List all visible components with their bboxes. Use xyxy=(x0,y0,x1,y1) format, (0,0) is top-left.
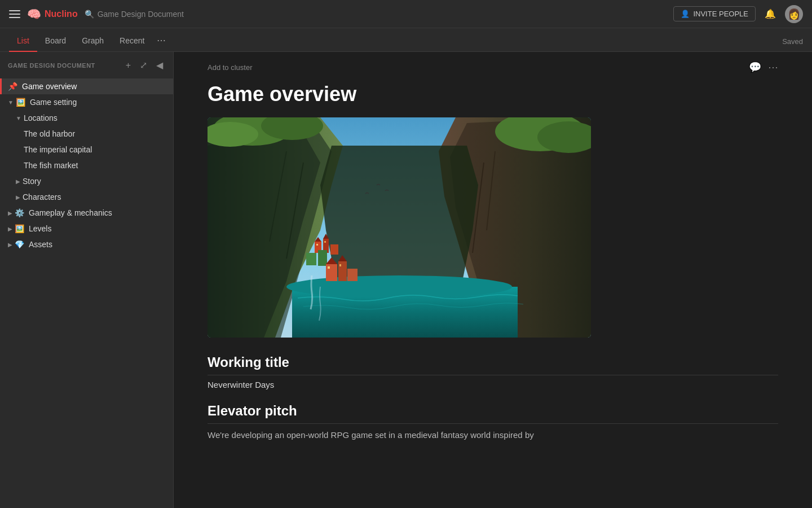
sidebar-actions: + ⤢ ◀ xyxy=(123,59,165,72)
collapse-sidebar-button[interactable]: ◀ xyxy=(154,59,165,72)
sidebar-item-levels[interactable]: ▶ 🖼️ Levels xyxy=(0,221,173,237)
comment-button[interactable]: 💬 xyxy=(749,61,761,73)
invite-people-button[interactable]: 👤 INVITE PEOPLE xyxy=(673,6,756,21)
sidebar-item-fish-market[interactable]: The fish market xyxy=(0,157,173,173)
hero-image xyxy=(208,117,591,338)
image-icon: 🖼️ xyxy=(16,98,25,107)
svg-rect-38 xyxy=(339,264,341,266)
chevron-down-icon: ▼ xyxy=(16,115,21,121)
chevron-right-icon: ▶ xyxy=(16,178,20,185)
image-icon: 🖼️ xyxy=(15,224,24,233)
sidebar-header: GAME DESIGN DOCUMENT + ⤢ ◀ xyxy=(0,52,173,76)
sidebar-title: GAME DESIGN DOCUMENT xyxy=(8,62,95,69)
sidebar-item-game-setting[interactable]: ▼ 🖼️ Game setting xyxy=(0,94,173,110)
working-title-value: Neverwinter Days xyxy=(208,380,778,389)
search-placeholder: Game Design Document xyxy=(98,10,184,19)
gem-icon: 💎 xyxy=(15,240,24,249)
sidebar-item-imperial-capital[interactable]: The imperial capital xyxy=(0,142,173,157)
sidebar-item-label: The fish market xyxy=(24,161,157,170)
tab-list[interactable]: List xyxy=(9,30,37,52)
search-icon: 🔍 xyxy=(85,10,94,19)
sidebar-item-label: Locations xyxy=(24,113,157,122)
add-to-cluster-button[interactable]: Add to cluster xyxy=(208,63,253,72)
topbar-left: 🧠 Nuclino 🔍 Game Design Document xyxy=(9,7,667,21)
chevron-down-icon: ▼ xyxy=(8,99,14,106)
sidebar: GAME DESIGN DOCUMENT + ⤢ ◀ 📌 Game overvi… xyxy=(0,52,174,508)
sidebar-item-label: Story xyxy=(23,177,157,186)
elevator-pitch-heading: Elevator pitch xyxy=(208,403,778,424)
content-topbar: Add to cluster 💬 ⋯ xyxy=(174,52,812,73)
svg-rect-29 xyxy=(318,250,327,266)
svg-rect-36 xyxy=(324,241,326,243)
page-title: Game overview xyxy=(208,82,778,106)
sidebar-item-story[interactable]: ▶ Story xyxy=(0,173,173,189)
tab-more-button[interactable]: ⋯ xyxy=(152,29,170,51)
avatar[interactable]: 👩 xyxy=(785,5,803,23)
sidebar-item-old-harbor[interactable]: The old harbor xyxy=(0,126,173,142)
main-area: GAME DESIGN DOCUMENT + ⤢ ◀ 📌 Game overvi… xyxy=(0,52,812,508)
topbar-right: 👤 INVITE PEOPLE 🔔 👩 xyxy=(673,5,803,23)
svg-rect-32 xyxy=(347,269,358,281)
chevron-right-icon: ▶ xyxy=(8,210,12,216)
topbar: 🧠 Nuclino 🔍 Game Design Document 👤 INVIT… xyxy=(0,0,812,28)
sidebar-item-assets[interactable]: ▶ 💎 Assets xyxy=(0,237,173,252)
notifications-icon[interactable]: 🔔 xyxy=(765,8,776,19)
expand-button[interactable]: ⤢ xyxy=(138,59,149,72)
content-area: Add to cluster 💬 ⋯ Game overview xyxy=(174,52,812,508)
more-options-button[interactable]: ⋯ xyxy=(768,61,778,73)
pin-icon: 📌 xyxy=(8,82,17,91)
chevron-right-icon: ▶ xyxy=(8,242,12,248)
invite-label: INVITE PEOPLE xyxy=(693,10,748,18)
add-item-button[interactable]: + xyxy=(123,59,133,72)
sidebar-item-label: Gameplay & mechanics xyxy=(29,208,157,217)
tab-graph[interactable]: Graph xyxy=(74,30,112,52)
menu-button[interactable] xyxy=(9,8,20,20)
sidebar-item-label: The old harbor xyxy=(24,129,157,138)
content-actions: 💬 ⋯ xyxy=(749,61,778,73)
svg-rect-37 xyxy=(328,266,330,269)
sidebar-item-game-overview[interactable]: 📌 Game overview xyxy=(0,78,173,94)
sidebar-item-label: The imperial capital xyxy=(24,145,157,154)
logo-text: Nuclino xyxy=(45,9,78,19)
sidebar-item-label: Levels xyxy=(29,224,157,233)
svg-rect-25 xyxy=(330,244,338,255)
sidebar-item-locations[interactable]: ▼ Locations xyxy=(0,110,173,126)
sidebar-item-label: Game setting xyxy=(30,98,157,107)
sidebar-item-label: Game overview xyxy=(22,82,165,91)
saved-status: Saved xyxy=(782,37,803,46)
chevron-right-icon: ▶ xyxy=(16,194,20,200)
svg-rect-28 xyxy=(306,253,316,265)
tabbar: List Board Graph Recent ⋯ Saved xyxy=(0,28,812,52)
search-bar[interactable]: 🔍 Game Design Document xyxy=(85,10,184,19)
invite-icon: 👤 xyxy=(681,10,690,18)
sidebar-item-gameplay[interactable]: ▶ ⚙️ Gameplay & mechanics xyxy=(0,205,173,221)
elevator-pitch-text: We're developing an open-world RPG game … xyxy=(208,428,778,442)
tab-board[interactable]: Board xyxy=(37,30,74,52)
tab-recent[interactable]: Recent xyxy=(112,30,152,52)
sidebar-item-characters[interactable]: ▶ Characters xyxy=(0,189,173,205)
logo-icon: 🧠 xyxy=(27,7,41,21)
sidebar-item-label: Characters xyxy=(23,192,157,202)
logo[interactable]: 🧠 Nuclino xyxy=(27,7,78,21)
svg-rect-35 xyxy=(316,244,318,246)
gear-icon: ⚙️ xyxy=(15,208,24,217)
working-title-heading: Working title xyxy=(208,354,778,375)
sidebar-items: 📌 Game overview ▼ 🖼️ Game setting ▼ Loca… xyxy=(0,76,173,255)
chevron-right-icon: ▶ xyxy=(8,226,12,232)
sidebar-item-label: Assets xyxy=(29,240,157,249)
